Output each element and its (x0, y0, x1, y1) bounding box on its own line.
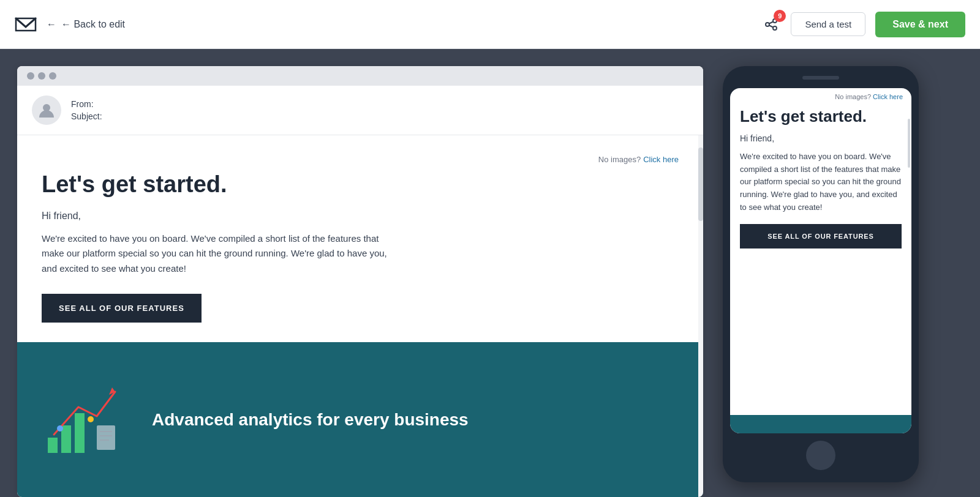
back-to-edit-label: ← Back to edit (61, 19, 125, 30)
email-body: No images? Click here Let's get started.… (17, 135, 703, 497)
send-test-label: Send a test (805, 19, 851, 29)
email-headline: Let's get started. (42, 171, 679, 198)
no-images-bar: No images? Click here (42, 155, 679, 164)
no-images-text: No images? (598, 155, 641, 164)
email-meta: From: Subject: (71, 99, 102, 121)
phone-teal-bar (730, 415, 911, 433)
browser-chrome (17, 66, 703, 86)
phone-headline: Let's get started. (730, 103, 911, 133)
browser-dot-2 (38, 72, 45, 80)
phone-no-images-link[interactable]: Click here (873, 93, 903, 100)
email-white-section: No images? Click here Let's get started.… (17, 135, 703, 342)
phone-no-images-text: No images? (835, 93, 871, 100)
email-subject: Subject: (71, 111, 102, 121)
avatar (32, 95, 61, 125)
desktop-cta-button[interactable]: SEE ALL OF OUR FEATURES (42, 294, 202, 323)
email-greeting: Hi friend, (42, 211, 679, 222)
phone-scroll-thumb (908, 119, 910, 168)
email-body-text: We're excited to have you on board. We'v… (42, 231, 397, 277)
notification-badge: 9 (774, 10, 786, 22)
browser-dot-1 (27, 72, 34, 80)
header-left: ← ← Back to edit (15, 16, 125, 33)
svg-point-2 (773, 26, 777, 30)
header-right: 9 Send a test Save & next (761, 12, 965, 37)
email-meta-header: From: Subject: (17, 86, 703, 135)
svg-line-4 (769, 25, 773, 27)
desktop-email-preview: From: Subject: No images? Click here Let… (17, 66, 703, 497)
no-images-link[interactable]: Click here (643, 155, 679, 164)
desktop-scrollbar[interactable] (698, 135, 703, 497)
back-to-edit-button[interactable]: ← ← Back to edit (47, 19, 125, 30)
save-next-button[interactable]: Save & next (875, 12, 965, 37)
email-teal-section: Advanced analytics for every business (17, 342, 703, 497)
svg-point-0 (766, 23, 769, 26)
phone-home-button[interactable] (806, 441, 835, 470)
save-next-label: Save & next (892, 19, 948, 29)
svg-point-10 (57, 425, 63, 432)
phone-greeting: Hi friend, (730, 133, 911, 151)
phone-scrollbar[interactable] (908, 113, 910, 433)
app-header: ← ← Back to edit 9 Send a test Save & ne… (0, 0, 980, 49)
teal-illustration (42, 383, 127, 456)
main-content: From: Subject: No images? Click here Let… (0, 49, 980, 497)
phone-speaker (802, 76, 839, 80)
browser-dot-3 (49, 72, 56, 80)
phone-no-images-bar: No images? Click here (730, 88, 911, 103)
teal-headline: Advanced analytics for every business (152, 409, 469, 430)
phone-frame: No images? Click here Let's get started.… (723, 66, 919, 482)
svg-rect-8 (75, 413, 85, 453)
logo-icon (15, 16, 37, 33)
preview-icon-wrapper: 9 (761, 15, 781, 34)
back-arrow-icon: ← (47, 19, 56, 30)
phone-body-text: We're excited to have you on board. We'v… (730, 151, 911, 224)
scroll-thumb (698, 148, 703, 221)
send-test-button[interactable]: Send a test (791, 12, 865, 36)
svg-point-11 (88, 416, 94, 422)
phone-cta-button[interactable]: SEE ALL OF OUR FEATURES (740, 224, 902, 248)
mobile-preview: No images? Click here Let's get started.… (723, 66, 919, 497)
svg-line-3 (769, 21, 773, 23)
phone-screen: No images? Click here Let's get started.… (730, 88, 911, 433)
svg-rect-12 (97, 425, 115, 450)
svg-rect-6 (48, 438, 58, 453)
email-from: From: (71, 99, 102, 109)
